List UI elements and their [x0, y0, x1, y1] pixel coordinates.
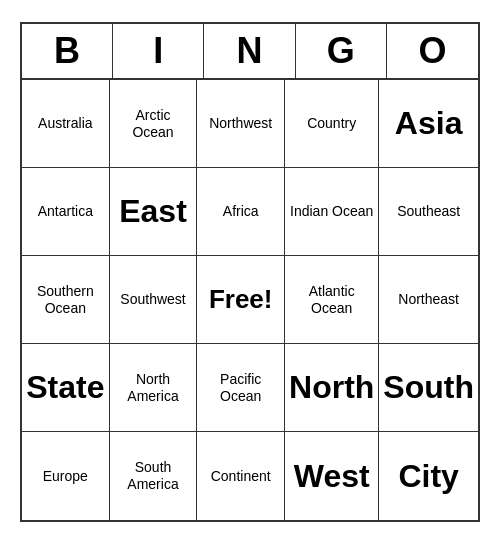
bingo-cell-r3-c0: State: [22, 344, 110, 432]
bingo-cell-r4-c0: Europe: [22, 432, 110, 520]
bingo-header: BINGO: [22, 24, 478, 80]
bingo-cell-r2-c3: Atlantic Ocean: [285, 256, 379, 344]
bingo-cell-r2-c0: Southern Ocean: [22, 256, 110, 344]
bingo-cell-r0-c1: Arctic Ocean: [110, 80, 198, 168]
bingo-cell-r3-c4: South: [379, 344, 478, 432]
bingo-cell-r2-c4: Northeast: [379, 256, 478, 344]
bingo-cell-r0-c4: Asia: [379, 80, 478, 168]
bingo-grid: AustraliaArctic OceanNorthwestCountryAsi…: [22, 80, 478, 520]
bingo-cell-r1-c1: East: [110, 168, 198, 256]
bingo-cell-r0-c2: Northwest: [197, 80, 285, 168]
bingo-cell-r3-c1: North America: [110, 344, 198, 432]
bingo-cell-r4-c2: Continent: [197, 432, 285, 520]
bingo-header-letter: G: [296, 24, 387, 78]
bingo-cell-r3-c2: Pacific Ocean: [197, 344, 285, 432]
bingo-cell-r1-c4: Southeast: [379, 168, 478, 256]
bingo-header-letter: B: [22, 24, 113, 78]
bingo-cell-r1-c2: Africa: [197, 168, 285, 256]
bingo-cell-r4-c4: City: [379, 432, 478, 520]
bingo-cell-r1-c3: Indian Ocean: [285, 168, 379, 256]
bingo-cell-r0-c0: Australia: [22, 80, 110, 168]
bingo-cell-r4-c1: South America: [110, 432, 198, 520]
bingo-card: BINGO AustraliaArctic OceanNorthwestCoun…: [20, 22, 480, 522]
bingo-header-letter: N: [204, 24, 295, 78]
bingo-cell-r1-c0: Antartica: [22, 168, 110, 256]
bingo-header-letter: I: [113, 24, 204, 78]
bingo-cell-r2-c2: Free!: [197, 256, 285, 344]
bingo-cell-r4-c3: West: [285, 432, 379, 520]
bingo-header-letter: O: [387, 24, 478, 78]
bingo-cell-r2-c1: Southwest: [110, 256, 198, 344]
bingo-cell-r3-c3: North: [285, 344, 379, 432]
bingo-cell-r0-c3: Country: [285, 80, 379, 168]
